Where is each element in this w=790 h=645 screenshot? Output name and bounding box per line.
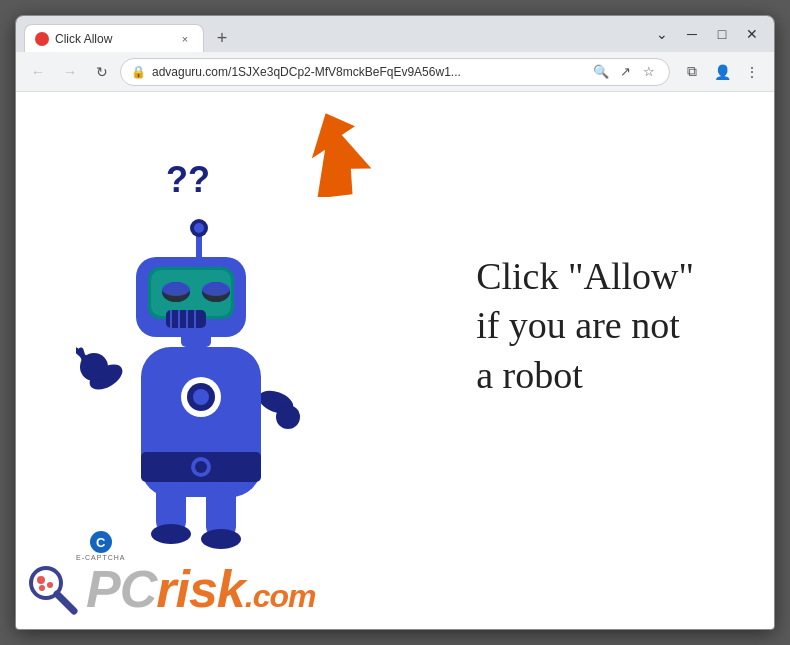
pcrisk-brand-text: PCrisk.com xyxy=(86,559,315,619)
main-text-line2: if you are not xyxy=(476,301,694,350)
svg-point-36 xyxy=(193,389,209,405)
pcrisk-watermark: PCrisk.com xyxy=(26,559,315,619)
svg-point-40 xyxy=(47,582,53,588)
svg-point-15 xyxy=(201,529,241,549)
svg-point-39 xyxy=(37,576,45,584)
ecaptcha-logo: C xyxy=(90,531,112,553)
navigation-bar: ← → ↻ 🔒 advaguru.com/1SJXe3qDCp2-MfV8mck… xyxy=(16,52,774,92)
active-tab[interactable]: Click Allow × xyxy=(24,24,204,52)
nav-extra-icons: ⧉ 👤 ⋮ xyxy=(678,58,766,86)
main-text-line3: a robot xyxy=(476,351,694,400)
tab-close-button[interactable]: × xyxy=(177,31,193,47)
address-bar-icons: 🔍 ↗ ☆ xyxy=(591,62,659,82)
back-button[interactable]: ← xyxy=(24,58,52,86)
svg-point-11 xyxy=(195,461,207,473)
tab-area: Click Allow × + xyxy=(24,16,636,52)
maximize-button[interactable]: □ xyxy=(708,20,736,48)
svg-line-5 xyxy=(81,350,84,360)
question-marks: ?? xyxy=(166,162,210,198)
main-text: Click "Allow" if you are not a robot xyxy=(476,252,694,400)
forward-button[interactable]: → xyxy=(56,58,84,86)
robot-illustration: ?? xyxy=(56,152,336,582)
window-chevron-button[interactable]: ⌄ xyxy=(648,20,676,48)
new-tab-button[interactable]: + xyxy=(208,24,236,52)
risk-text: risk xyxy=(156,559,245,619)
bookmark-icon[interactable]: ☆ xyxy=(639,62,659,82)
window-controls: ⌄ ─ □ ✕ xyxy=(648,20,766,48)
svg-point-13 xyxy=(151,524,191,544)
tab-title: Click Allow xyxy=(55,32,171,46)
svg-rect-14 xyxy=(206,482,236,537)
svg-point-25 xyxy=(202,282,230,296)
page-content: ?? xyxy=(16,92,774,629)
profile-button[interactable]: 👤 xyxy=(708,58,736,86)
svg-line-42 xyxy=(57,594,74,611)
tab-favicon xyxy=(35,32,49,46)
browser-window: Click Allow × + ⌄ ─ □ ✕ ← → ↻ 🔒 advaguru… xyxy=(15,15,775,630)
address-bar[interactable]: 🔒 advaguru.com/1SJXe3qDCp2-MfV8mckBeFqEv… xyxy=(120,58,670,86)
lock-icon: 🔒 xyxy=(131,65,146,79)
pcrisk-magnifier-icon xyxy=(26,563,78,615)
svg-point-7 xyxy=(276,405,300,429)
menu-button[interactable]: ⋮ xyxy=(738,58,766,86)
pcrisk-dot-com: .com xyxy=(245,578,316,615)
split-screen-button[interactable]: ⧉ xyxy=(678,58,706,86)
refresh-button[interactable]: ↻ xyxy=(88,58,116,86)
main-text-line1: Click "Allow" xyxy=(476,252,694,301)
svg-point-41 xyxy=(39,585,45,591)
svg-point-33 xyxy=(194,223,204,233)
ecaptcha-badge: C E-CAPTCHA xyxy=(76,531,125,561)
minimize-button[interactable]: ─ xyxy=(678,20,706,48)
url-text: advaguru.com/1SJXe3qDCp2-MfV8mckBeFqEv9A… xyxy=(152,65,585,79)
robot-svg xyxy=(76,202,316,566)
share-icon[interactable]: ↗ xyxy=(615,62,635,82)
pc-text: PC xyxy=(86,559,156,619)
search-icon[interactable]: 🔍 xyxy=(591,62,611,82)
svg-point-24 xyxy=(162,282,190,296)
title-bar: Click Allow × + ⌄ ─ □ ✕ xyxy=(16,16,774,52)
close-button[interactable]: ✕ xyxy=(738,20,766,48)
